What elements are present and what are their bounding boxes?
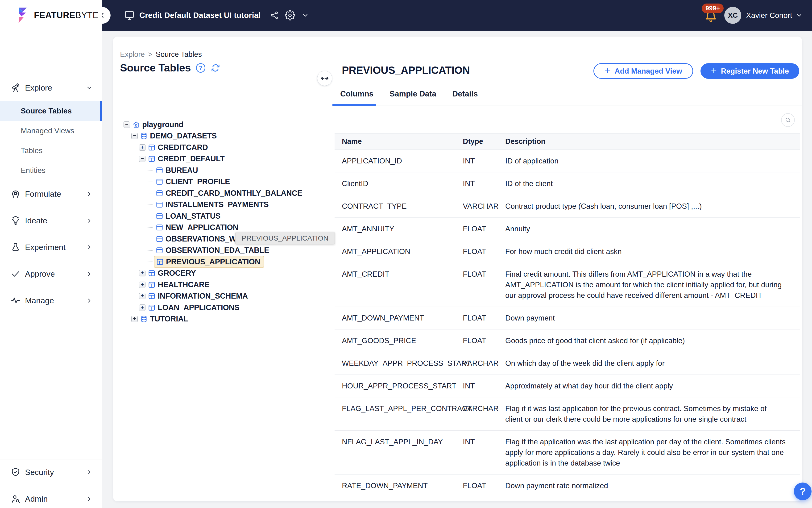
sidebar-item-approve[interactable]: Approve (0, 266, 102, 281)
register-new-table-button[interactable]: +Register New Table (701, 63, 799, 79)
tree-node-loan_applications[interactable]: +LOAN_APPLICATIONS (120, 302, 325, 313)
tree-node-label: NEW_APPLICATION (166, 223, 238, 232)
tree-node-loan_status[interactable]: LOAN_STATUS (120, 210, 325, 222)
tree-node-client_profile[interactable]: CLIENT_PROFILE (120, 176, 325, 188)
column-header-description: Description (505, 137, 800, 146)
collapse-toggle-icon[interactable]: − (124, 122, 130, 128)
share-icon[interactable] (270, 11, 279, 20)
tree-node-label: CREDIT_DEFAULT (158, 155, 225, 163)
help-fab[interactable]: ? (794, 482, 812, 500)
tree-node-information_schema[interactable]: +INFORMATION_SCHEMA (120, 291, 325, 302)
refresh-icon[interactable] (211, 63, 220, 73)
table-icon (148, 269, 155, 277)
workspace: Explore > Source Tables Source Tables ? … (102, 31, 812, 508)
notifications-button[interactable]: 999+ (705, 7, 717, 24)
table-row[interactable]: CONTRACT_TYPEVARCHARContract product typ… (334, 195, 800, 218)
cell-description: ID of application (505, 156, 800, 166)
expand-toggle-icon[interactable]: + (139, 282, 145, 288)
sidebar-item-manage[interactable]: Manage (0, 293, 102, 308)
gear-icon[interactable] (285, 10, 295, 20)
cell-description: Annuity (505, 223, 800, 234)
tree-node-installments_payments[interactable]: INSTALLMENTS_PAYMENTS (120, 199, 325, 211)
cell-name: AMT_DOWN_PAYMENT (334, 313, 463, 323)
expand-toggle-icon[interactable]: + (139, 293, 145, 299)
collapse-toggle-icon[interactable]: − (131, 133, 138, 139)
tab-sample-data[interactable]: Sample Data (390, 89, 436, 103)
tree-guide-line (147, 227, 152, 228)
sidebar-item-security[interactable]: Security (0, 465, 102, 480)
tree-node-observation_eda_table[interactable]: OBSERVATION_EDA_TABLE (120, 245, 325, 256)
panel-resize-handle[interactable] (317, 71, 332, 86)
chevron-down-icon[interactable] (302, 12, 309, 19)
table-row[interactable]: WEEKDAY_APPR_PROCESS_STARTVARCHAROn whic… (334, 352, 800, 375)
sidebar-item-experiment[interactable]: Experiment (0, 240, 102, 255)
tree-node-new_application[interactable]: NEW_APPLICATION (120, 222, 325, 234)
sidebar-item-ideate[interactable]: Ideate (0, 213, 102, 228)
add-managed-view-button[interactable]: +Add Managed View (593, 63, 693, 79)
table-row[interactable]: RATE_DOWN_PAYMENTFLOATDown payment rate … (334, 474, 800, 497)
expand-toggle-icon[interactable]: + (131, 316, 138, 322)
tree-guide-line (147, 205, 152, 205)
table-icon (148, 155, 155, 163)
table-row[interactable]: APPLICATION_IDINTID of application (334, 150, 800, 172)
cell-name: AMT_APPLICATION (334, 246, 463, 257)
sidebar-item-label: Manage (25, 296, 54, 305)
cell-name: CONTRACT_TYPE (334, 201, 463, 212)
sidebar-item-label: Formulate (25, 189, 61, 199)
tree-node-label: OBSERVATION_EDA_TABLE (166, 246, 269, 255)
sidebar-item-tables[interactable]: Tables (0, 140, 102, 160)
chevron-down-icon[interactable] (796, 12, 803, 18)
cell-name: FLAG_LAST_APPL_PER_CONTRACT (334, 403, 463, 414)
tree-node-grocery[interactable]: +GROCERY (120, 268, 325, 279)
table-row[interactable]: AMT_GOODS_PRICEFLOATGoods price of good … (334, 330, 800, 352)
tree-node-creditcard[interactable]: +CREDITCARD (120, 142, 325, 153)
tree-node-previous_application[interactable]: PREVIOUS_APPLICATION (120, 256, 325, 268)
table-row[interactable]: ClientIDINTID of the client (334, 172, 800, 195)
table-icon (148, 281, 155, 289)
sidebar-item-admin[interactable]: Admin (0, 491, 102, 506)
tree-node-healthcare[interactable]: +HEALTHCARE (120, 279, 325, 291)
cell-dtype: VARCHAR (463, 201, 505, 212)
tree-node-label: LOAN_APPLICATIONS (158, 303, 239, 312)
tree-node-credit_card_monthly_balance[interactable]: CREDIT_CARD_MONTHLY_BALANCE (120, 187, 325, 199)
chevron-right-icon (86, 191, 92, 197)
avatar[interactable]: XC (724, 7, 741, 24)
table-row[interactable]: HOUR_APPR_PROCESS_STARTINTApproximately … (334, 375, 800, 397)
table-row[interactable]: AMT_CREDITFLOATFinal credit amount. This… (334, 263, 800, 307)
expand-toggle-icon[interactable]: + (139, 304, 145, 311)
sidebar-item-entities[interactable]: Entities (0, 160, 102, 180)
tree-node-credit_default[interactable]: −CREDIT_DEFAULT (120, 153, 325, 165)
tree-node-tutorial[interactable]: +TUTORIAL (120, 313, 325, 325)
tree-node-demo_datasets[interactable]: −DEMO_DATASETS (120, 130, 325, 142)
table-icon (155, 212, 164, 220)
table-icon (155, 223, 164, 231)
flask-icon (10, 242, 21, 252)
expand-toggle-icon[interactable]: + (139, 270, 145, 277)
tree-node-bureau[interactable]: BUREAU (120, 165, 325, 176)
help-icon[interactable]: ? (196, 63, 206, 73)
sidebar-item-managed-views[interactable]: Managed Views (0, 121, 102, 140)
pulse-icon (10, 295, 21, 306)
sidebar-item-explore[interactable]: Explore (0, 80, 102, 95)
tab-details[interactable]: Details (452, 89, 478, 103)
table-row[interactable]: AMT_ANNUITYFLOATAnnuity (334, 218, 800, 240)
collapse-toggle-icon[interactable]: − (139, 156, 145, 162)
table-row[interactable]: NFLAG_LAST_APPL_IN_DAYINTFlag if the app… (334, 431, 800, 474)
cell-description: Approximately at what day hour did the c… (505, 381, 800, 391)
tree-node-playground[interactable]: −playground (120, 119, 325, 130)
tree-node-label: HEALTHCARE (158, 281, 209, 289)
user-search-icon (10, 494, 21, 504)
table-row[interactable]: AMT_DOWN_PAYMENTFLOATDown payment (334, 307, 800, 330)
button-label: Add Managed View (615, 67, 682, 76)
search-button[interactable] (781, 113, 795, 127)
sidebar-item-formulate[interactable]: Formulate (0, 186, 102, 201)
sidebar-item-label: Experiment (25, 243, 65, 252)
table-icon (155, 247, 164, 254)
breadcrumb-explore[interactable]: Explore (120, 50, 145, 59)
table-row[interactable]: AMT_APPLICATIONFLOATFor how much credit … (334, 240, 800, 263)
tab-columns[interactable]: Columns (340, 89, 373, 103)
table-row[interactable]: FLAG_LAST_APPL_PER_CONTRACTVARCHARFlag i… (334, 397, 800, 431)
sidebar-item-source-tables[interactable]: Source Tables (0, 101, 102, 121)
cell-dtype: FLOAT (463, 313, 505, 323)
expand-toggle-icon[interactable]: + (139, 144, 145, 151)
